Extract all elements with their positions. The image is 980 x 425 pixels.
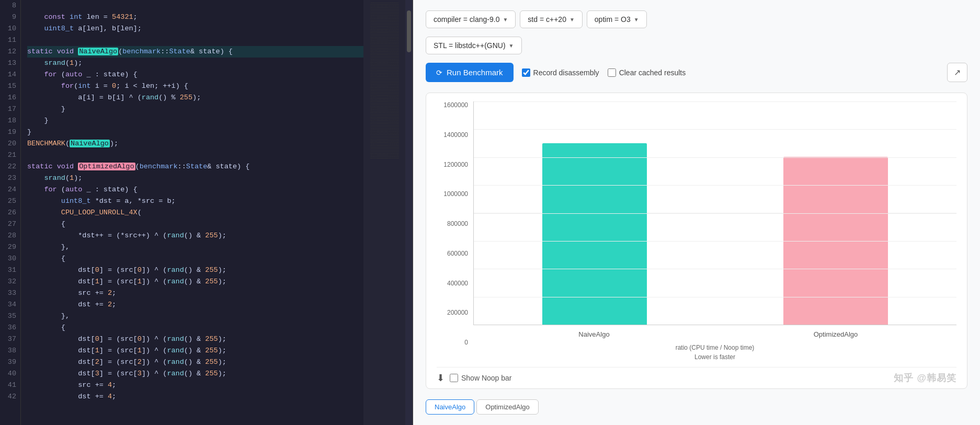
compiler-dropdown[interactable]: compiler = clang-9.0 ▼ xyxy=(426,10,516,28)
bars-container xyxy=(473,101,956,325)
run-benchmark-button[interactable]: ⟳ Run Benchmark xyxy=(426,63,514,82)
code-line-11 xyxy=(27,35,363,46)
stl-label: STL = libstdc++(GNU) xyxy=(434,41,506,50)
action-bar: ⟳ Run Benchmark Record disassembly Clear… xyxy=(426,63,967,82)
tab-naive-algo[interactable]: NaiveAlgo xyxy=(426,399,474,415)
code-line-14: for (auto _ : state) { xyxy=(27,69,363,81)
code-line-25: uint8_t *dst = a, *src = b; xyxy=(27,196,363,207)
line-numbers: 8 9 10 11 12 13 14 15 16 17 18 19 20 21 … xyxy=(0,0,21,425)
y-label-400000: 400000 xyxy=(447,280,468,287)
share-button[interactable]: ↗ xyxy=(947,63,967,82)
code-line-12: static void NaiveAlgo(benchmark::State& … xyxy=(27,46,363,58)
code-line-41: src += 4; xyxy=(27,380,363,391)
vertical-scrollbar[interactable] xyxy=(405,0,413,425)
tab-optimized-algo[interactable]: OptimizedAlgo xyxy=(476,399,539,415)
show-noop-label: Show Noop bar xyxy=(461,374,512,382)
code-line-35: }, xyxy=(27,311,363,322)
clear-cached-group[interactable]: Clear cached results xyxy=(608,68,686,77)
record-disassembly-checkbox[interactable] xyxy=(522,68,530,77)
chart-area: NaiveAlgo OptimizedAlgo ratio (CPU time … xyxy=(473,101,956,362)
run-icon: ⟳ xyxy=(436,68,442,77)
compiler-dropdown-arrow: ▼ xyxy=(503,17,508,22)
x-label-optimized: OptimizedAlgo xyxy=(814,330,858,338)
optim-dropdown[interactable]: optim = O3 ▼ xyxy=(587,10,647,28)
code-line-13: srand(1); xyxy=(27,58,363,69)
code-line-9: const int len = 54321; xyxy=(27,12,363,23)
share-icon: ↗ xyxy=(954,68,961,77)
clear-cached-label: Clear cached results xyxy=(619,68,686,77)
y-label-1600000: 1600000 xyxy=(443,101,468,109)
code-line-34: dst += 2; xyxy=(27,299,363,311)
code-line-8 xyxy=(27,0,363,12)
code-line-21 xyxy=(27,150,363,161)
chart-container: 1600000 1400000 1200000 1000000 800000 6… xyxy=(426,93,967,389)
bar-optimized xyxy=(783,157,888,325)
code-line-24: for (auto _ : state) { xyxy=(27,184,363,196)
code-editor-panel: 8 9 10 11 12 13 14 15 16 17 18 19 20 21 … xyxy=(0,0,413,425)
std-dropdown[interactable]: std = c++20 ▼ xyxy=(520,10,582,28)
code-minimap xyxy=(363,0,405,425)
bar-group-optimized xyxy=(747,157,926,325)
chart-subtitle-line2: Lower is faster xyxy=(473,352,956,362)
code-line-20: BENCHMARK(NaiveAlgo); xyxy=(27,138,363,150)
stl-dropdown[interactable]: STL = libstdc++(GNU) ▼ xyxy=(426,37,522,54)
y-label-800000: 800000 xyxy=(447,220,468,227)
clear-cached-checkbox[interactable] xyxy=(608,68,616,77)
chart-subtitle-line1: ratio (CPU time / Noop time) xyxy=(473,343,956,352)
y-label-1400000: 1400000 xyxy=(443,131,468,139)
code-line-16: a[i] = b[i] ^ (rand() % 255); xyxy=(27,92,363,104)
code-lines: const int len = 54321; uint8_t a[len], b… xyxy=(21,0,363,425)
code-line-32: dst[1] = (src[1]) ^ (rand() & 255); xyxy=(27,276,363,288)
chart-footer: ⬇ Show Noop bar 知乎 @韩易笑 xyxy=(437,367,956,384)
code-line-18: } xyxy=(27,115,363,127)
code-line-15: for(int i = 0; i < len; ++i) { xyxy=(27,81,363,92)
show-noop-group[interactable]: Show Noop bar xyxy=(450,374,512,382)
code-line-38: dst[1] = (src[1]) ^ (rand() & 255); xyxy=(27,345,363,357)
std-label: std = c++20 xyxy=(528,15,566,24)
y-label-200000: 200000 xyxy=(447,309,468,316)
optim-dropdown-arrow: ▼ xyxy=(634,17,639,22)
run-benchmark-label: Run Benchmark xyxy=(447,68,503,77)
chart-subtitle: ratio (CPU time / Noop time) Lower is fa… xyxy=(473,343,956,362)
scrollbar-thumb[interactable] xyxy=(407,10,411,52)
code-line-29: }, xyxy=(27,242,363,253)
code-line-33: src += 2; xyxy=(27,288,363,299)
y-label-1200000: 1200000 xyxy=(443,161,468,168)
optim-label: optim = O3 xyxy=(595,15,631,24)
x-labels: NaiveAlgo OptimizedAlgo xyxy=(473,325,956,339)
bar-group-naive xyxy=(505,143,684,325)
code-line-17: } xyxy=(27,104,363,115)
right-panel: compiler = clang-9.0 ▼ std = c++20 ▼ opt… xyxy=(413,0,980,425)
record-disassembly-group[interactable]: Record disassembly xyxy=(522,68,599,77)
compiler-label: compiler = clang-9.0 xyxy=(434,15,499,24)
code-line-23: srand(1); xyxy=(27,173,363,184)
watermark: 知乎 @韩易笑 xyxy=(894,372,956,384)
download-button[interactable]: ⬇ xyxy=(437,372,445,384)
bottom-tabs: NaiveAlgo OptimizedAlgo xyxy=(426,395,967,415)
code-line-19: } xyxy=(27,127,363,138)
stl-dropdown-arrow: ▼ xyxy=(509,43,514,49)
y-label-0: 0 xyxy=(464,339,468,346)
code-line-27: { xyxy=(27,219,363,230)
chart-wrapper: 1600000 1400000 1200000 1000000 800000 6… xyxy=(437,101,956,362)
code-line-22: static void OptimizedAlgo(benchmark::Sta… xyxy=(27,161,363,173)
code-line-39: dst[2] = (src[2]) ^ (rand() & 255); xyxy=(27,357,363,368)
code-line-36: { xyxy=(27,322,363,334)
code-line-26: CPU_LOOP_UNROLL_4X( xyxy=(27,207,363,219)
compiler-controls: compiler = clang-9.0 ▼ std = c++20 ▼ opt… xyxy=(426,10,967,28)
x-label-naive: NaiveAlgo xyxy=(578,330,609,338)
record-disassembly-label: Record disassembly xyxy=(533,68,599,77)
show-noop-checkbox[interactable] xyxy=(450,374,458,382)
y-label-600000: 600000 xyxy=(447,250,468,257)
code-line-28: *dst++ = (*src++) ^ (rand() & 255); xyxy=(27,230,363,242)
code-line-40: dst[3] = (src[3]) ^ (rand() & 255); xyxy=(27,368,363,380)
code-line-37: dst[0] = (src[0]) ^ (rand() & 255); xyxy=(27,334,363,345)
code-line-30: { xyxy=(27,253,363,265)
bar-naive xyxy=(542,143,647,325)
std-dropdown-arrow: ▼ xyxy=(569,17,575,22)
code-line-42: dst += 4; xyxy=(27,391,363,403)
y-label-1000000: 1000000 xyxy=(443,190,468,198)
y-axis: 1600000 1400000 1200000 1000000 800000 6… xyxy=(437,101,473,362)
code-line-10: uint8_t a[len], b[len]; xyxy=(27,23,363,35)
code-line-31: dst[0] = (src[0]) ^ (rand() & 255); xyxy=(27,265,363,276)
